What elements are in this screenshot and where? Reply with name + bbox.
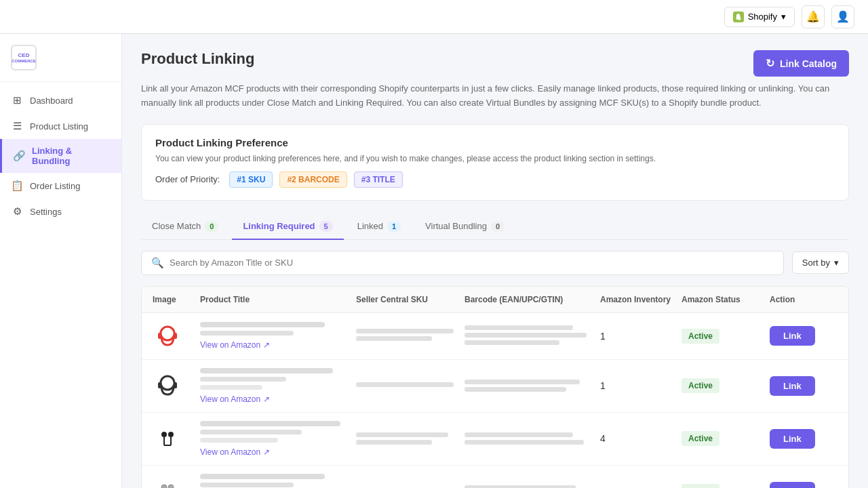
product-image-1 [153,321,182,351]
sidebar-item-label: Settings [30,207,62,217]
view-amazon-link-2[interactable]: View on Amazon ↗ [200,394,356,404]
sort-chevron-icon: ▾ [834,258,839,268]
tab-close-match[interactable]: Close Match 0 [141,214,229,240]
view-amazon-label: View on Amazon [200,447,260,457]
tab-linking-required-count: 5 [319,221,333,232]
link-catalog-refresh-icon: ↻ [766,57,774,70]
order-listing-icon: 📋 [11,180,23,192]
page-description: Link all your Amazon MCF products with t… [141,82,849,110]
view-amazon-label: View on Amazon [200,394,260,404]
svg-point-12 [168,485,174,488]
status-1: Active [682,329,770,344]
linking-icon: 🔗 [13,150,25,162]
sidebar-item-settings[interactable]: ⚙ Settings [0,199,121,224]
main-content: Product Linking ↻ Link Catalog Link all … [122,34,868,488]
link-catalog-button[interactable]: ↻ Link Catalog [753,50,849,77]
status-badge-2: Active [682,378,719,393]
view-amazon-link-1[interactable]: View on Amazon ↗ [200,340,356,350]
shopify-label: Shopify [748,12,777,22]
product-table: Image Product Title Seller Central SKU B… [141,286,849,488]
priority-barcode: #2 BARCODE [279,171,347,188]
link-button-1[interactable]: Link [770,326,815,346]
external-link-icon: ↗ [263,447,270,457]
shopify-arrow: ▾ [781,12,786,22]
product-title-3: View on Amazon ↗ [200,421,356,457]
action-4: Link [770,482,837,488]
logo-box: CED COMMERCE [11,45,37,70]
sidebar-item-product-listing[interactable]: ☰ Product Listing [0,113,121,139]
status-badge-3: Active [682,431,719,446]
sort-button[interactable]: Sort by ▾ [792,251,849,274]
barcode-3 [465,432,600,445]
sort-label: Sort by [802,258,830,268]
status-badge-4: Active [682,484,719,488]
barcode-1 [465,325,600,347]
table-row: View on Amazon ↗ 1 Active [142,313,848,360]
shopify-selector[interactable]: Shopify ▾ [724,7,795,27]
tab-virtual-bundling[interactable]: Virtual Bundling 0 [414,214,515,240]
link-catalog-label: Link Catalog [780,58,837,69]
tab-close-match-label: Close Match [152,221,201,231]
product-image-4 [153,476,182,488]
svg-point-11 [161,485,167,488]
tab-linking-required[interactable]: Linking Required 5 [232,214,343,240]
sidebar-item-linking-bundling[interactable]: 🔗 Linking & Bundling [0,139,121,173]
tab-linked-count: 1 [387,221,401,232]
link-button-4[interactable]: Link [770,482,815,488]
status-2: Active [682,378,770,393]
preference-card: Product Linking Preference You can view … [141,124,849,201]
preference-description: You can view your product linking prefer… [155,154,835,163]
topbar: Shopify ▾ 🔔 👤 [0,0,868,34]
main-nav: ⊞ Dashboard ☰ Product Listing 🔗 Linking … [0,87,121,224]
sku-3 [356,432,465,445]
sidebar: CED COMMERCE ⊞ Dashboard ☰ Product Listi… [0,34,122,488]
status-4: Active [682,484,770,488]
logo-ced: CED [12,52,36,59]
col-product-title: Product Title [200,295,356,304]
view-amazon-link-3[interactable]: View on Amazon ↗ [200,447,356,457]
status-3: Active [682,431,770,446]
tab-linked[interactable]: Linked 1 [347,214,412,240]
table-row: View on Amazon ↗ 4 Active Link [142,413,848,466]
shopify-icon [733,12,744,22]
sidebar-item-label: Product Listing [30,121,88,131]
sku-1 [356,329,465,343]
inventory-3: 4 [600,433,682,444]
preference-title: Product Linking Preference [155,137,835,148]
search-input[interactable] [170,258,774,268]
col-action: Action [770,295,837,304]
link-button-3[interactable]: Link [770,429,815,449]
product-image-3 [153,424,182,453]
search-container: 🔍 [141,251,784,275]
settings-icon: ⚙ [11,205,23,218]
link-button-2[interactable]: Link [770,376,815,396]
col-sku: Seller Central SKU [356,295,465,304]
product-title-1: View on Amazon ↗ [200,322,356,350]
svg-point-0 [161,327,174,340]
table-row: View on Amazon ↗ 1 Active Link [142,466,848,488]
product-title-4: View on Amazon ↗ [200,474,356,488]
table-row: View on Amazon ↗ 1 Active Link [142,360,848,413]
inventory-2: 1 [600,380,682,391]
svg-point-6 [161,432,167,437]
svg-point-3 [161,376,174,390]
sidebar-item-dashboard[interactable]: ⊞ Dashboard [0,87,121,113]
notification-bell[interactable]: 🔔 [802,5,825,28]
status-badge-1: Active [682,329,719,344]
col-image: Image [153,295,200,304]
tab-virtual-bundling-label: Virtual Bundling [425,221,487,231]
priority-title: #3 TITLE [354,171,403,188]
tab-close-match-count: 0 [205,221,218,232]
col-status: Amazon Status [682,295,770,304]
tab-linked-label: Linked [357,221,383,231]
sidebar-item-order-listing[interactable]: 📋 Order Listing [0,173,121,199]
action-3: Link [770,429,837,449]
page-title: Product Linking [141,50,254,68]
action-2: Link [770,376,837,396]
user-avatar[interactable]: 👤 [831,5,854,28]
search-icon: 🔍 [151,257,164,269]
col-inventory: Amazon Inventory [600,295,682,304]
tab-virtual-bundling-count: 0 [491,221,505,232]
external-link-icon: ↗ [263,394,270,404]
priority-row: Order of Priority: #1 SKU #2 BARCODE #3 … [155,171,835,188]
